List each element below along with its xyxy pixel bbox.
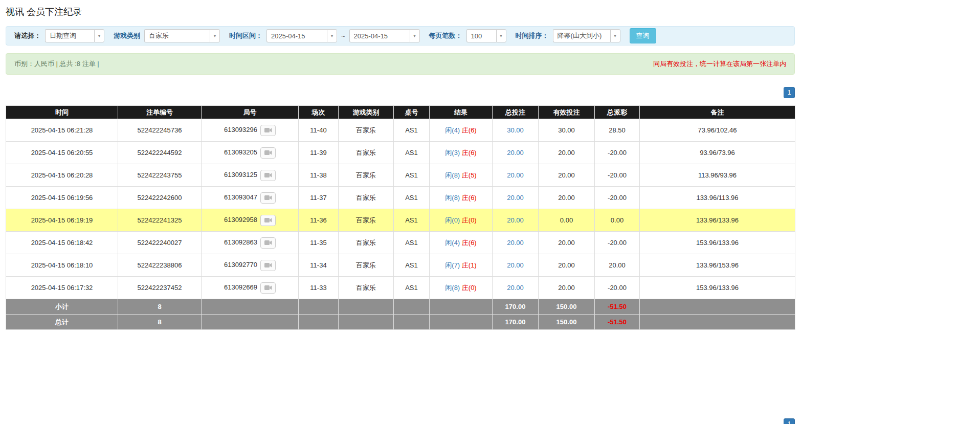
query-type-select[interactable]: 日期查询 ▾ (45, 29, 104, 42)
cell-table-no: AS1 (394, 119, 430, 142)
total-bet-link[interactable]: 20.00 (507, 216, 524, 224)
result-player: 闲(4) (445, 239, 460, 247)
cell-valid-bet: 30.00 (539, 119, 595, 142)
column-header: 局号 (202, 106, 299, 119)
total-bet-link[interactable]: 20.00 (507, 149, 524, 157)
cell-total-bet: 20.00 (493, 187, 539, 209)
cell-time: 2025-04-15 06:18:42 (6, 232, 118, 254)
chevron-down-icon[interactable]: ▾ (610, 29, 620, 42)
cell-game-type: 百家乐 (339, 187, 394, 209)
video-camera-icon (264, 195, 272, 200)
total-bet-link[interactable]: 20.00 (507, 284, 524, 292)
cell-valid-bet: 20.00 (539, 164, 595, 187)
column-header: 注单编号 (118, 106, 202, 119)
table-row: 2025-04-15 06:19:19522422241325613092958… (6, 209, 795, 232)
cell-time: 2025-04-15 06:21:28 (6, 119, 118, 142)
currency-total-text: 币别：人民币 | 总共 :8 注单 | (14, 59, 99, 69)
total-bet-link[interactable]: 20.00 (507, 171, 524, 179)
cell-remark: 73.96/102.46 (640, 119, 795, 142)
cell-result: 闲(7) 庄(1) (430, 254, 493, 277)
cell-payout: -20.00 (595, 164, 640, 187)
page-size-select[interactable]: 100 ▾ (466, 29, 506, 42)
summary-empty-cell (202, 299, 299, 315)
game-type-label: 游戏类别 (114, 31, 140, 40)
total-bet-link[interactable]: 20.00 (507, 239, 524, 247)
cell-remark: 93.96/73.96 (640, 142, 795, 164)
sort-group: 时间排序： 降幂(由大到小) ▾ (516, 29, 620, 42)
video-camera-icon (264, 262, 272, 268)
table-header-row: 时间注单编号局号场次游戏类别桌号结果总投注有效投注总派彩备注 (6, 106, 795, 119)
table-row: 2025-04-15 06:18:42522422240027613092863… (6, 232, 795, 254)
game-type-select[interactable]: 百家乐 ▾ (144, 29, 220, 42)
summary-valid-bet: 150.00 (539, 299, 595, 315)
cell-total-bet: 20.00 (493, 232, 539, 254)
cell-payout: 28.50 (595, 119, 640, 142)
summary-empty-cell (299, 315, 339, 330)
sort-label: 时间排序： (516, 31, 549, 40)
cell-table-no: AS1 (394, 232, 430, 254)
chevron-down-icon[interactable]: ▾ (496, 29, 506, 42)
cell-valid-bet: 20.00 (539, 254, 595, 277)
cell-result: 闲(0) 庄(0) (430, 209, 493, 232)
round-detail-button[interactable] (260, 125, 276, 136)
cell-session: 11-35 (299, 232, 339, 254)
table-row: 2025-04-15 06:20:55522422244592613093205… (6, 142, 795, 164)
date-from-select[interactable]: 2025-04-15 ▾ (266, 29, 337, 42)
total-bet-link[interactable]: 20.00 (507, 194, 524, 202)
result-player: 闲(8) (445, 194, 460, 202)
cell-valid-bet: 20.00 (539, 187, 595, 209)
chevron-down-icon[interactable]: ▾ (94, 29, 104, 42)
round-detail-button[interactable] (260, 147, 276, 159)
total-bet-link[interactable]: 30.00 (507, 126, 524, 134)
cell-remark: 113.96/93.96 (640, 164, 795, 187)
round-detail-button[interactable] (260, 282, 276, 294)
summary-empty-cell (339, 315, 394, 330)
total-bet-link[interactable]: 20.00 (507, 261, 524, 269)
summary-total-bet: 170.00 (493, 315, 539, 330)
search-button[interactable]: 查询 (630, 28, 656, 43)
round-detail-button[interactable] (260, 170, 276, 181)
cell-result: 闲(4) 庄(6) (430, 232, 493, 254)
page-1-button[interactable]: 1 (784, 87, 795, 98)
cell-session: 11-40 (299, 119, 339, 142)
page-1-button-bottom[interactable]: 1 (784, 418, 795, 424)
cell-game-type: 百家乐 (339, 164, 394, 187)
cell-time: 2025-04-15 06:17:32 (6, 277, 118, 299)
date-to-value: 2025-04-15 (349, 29, 410, 42)
cell-session: 11-37 (299, 187, 339, 209)
cell-game-type: 百家乐 (339, 209, 394, 232)
round-number: 613092770 (224, 261, 257, 269)
cell-round: 613092958 (202, 209, 299, 232)
round-number: 613093296 (224, 126, 257, 133)
round-detail-button[interactable] (260, 237, 276, 249)
cell-result: 闲(8) 庄(6) (430, 187, 493, 209)
round-number: 613092669 (224, 283, 257, 291)
round-detail-button[interactable] (260, 215, 276, 226)
video-camera-icon (264, 217, 272, 223)
cell-valid-bet: 20.00 (539, 232, 595, 254)
table-row: 2025-04-15 06:20:28522422243755613093125… (6, 164, 795, 187)
column-header: 游戏类别 (339, 106, 394, 119)
cell-time: 2025-04-15 06:20:55 (6, 142, 118, 164)
result-player: 闲(3) (445, 149, 460, 157)
result-banker: 庄(6) (462, 149, 477, 157)
chevron-down-icon[interactable]: ▾ (410, 29, 420, 42)
cell-valid-bet: 0.00 (539, 209, 595, 232)
result-banker: 庄(0) (462, 216, 477, 224)
cell-round: 613092863 (202, 232, 299, 254)
table-row: 2025-04-15 06:19:56522422242600613093047… (6, 187, 795, 209)
cell-table-no: AS1 (394, 187, 430, 209)
date-to-select[interactable]: 2025-04-15 ▾ (349, 29, 420, 42)
result-banker: 庄(6) (462, 126, 477, 134)
round-detail-button[interactable] (260, 260, 276, 271)
chevron-down-icon[interactable]: ▾ (327, 29, 337, 42)
cell-game-type: 百家乐 (339, 232, 394, 254)
sort-select[interactable]: 降幂(由大到小) ▾ (553, 29, 620, 42)
chevron-down-icon[interactable]: ▾ (210, 29, 220, 42)
result-banker: 庄(6) (462, 194, 477, 202)
cell-time: 2025-04-15 06:18:10 (6, 254, 118, 277)
round-detail-button[interactable] (260, 192, 276, 204)
result-player: 闲(0) (445, 216, 460, 224)
table-row: 2025-04-15 06:21:28522422245736613093296… (6, 119, 795, 142)
result-banker: 庄(1) (462, 261, 477, 269)
